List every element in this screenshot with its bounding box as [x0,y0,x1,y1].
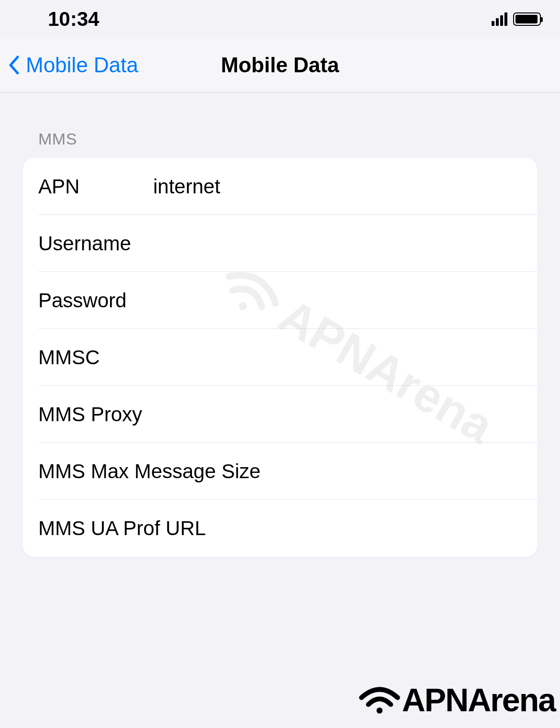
username-row[interactable]: Username [23,215,537,272]
mms-settings-group: APN Username Password MMSC MMS Proxy MMS… [23,158,537,557]
mms-proxy-input[interactable] [153,403,537,426]
username-label: Username [38,232,153,255]
mms-proxy-label: MMS Proxy [38,403,153,426]
battery-icon [513,12,541,26]
mms-ua-prof-label: MMS UA Prof URL [38,517,206,540]
apn-row[interactable]: APN [23,158,537,215]
username-input[interactable] [153,232,537,255]
wifi-icon [358,683,401,717]
status-indicators [492,12,541,26]
chevron-left-icon [9,56,19,75]
section-header: MMS [38,130,537,148]
password-label: Password [38,289,153,312]
apn-label: APN [38,175,153,198]
status-time: 10:34 [48,8,99,31]
footer-logo-text: APNArena [402,681,555,718]
mms-ua-prof-row[interactable]: MMS UA Prof URL [23,500,537,557]
status-bar: 10:34 [0,0,560,38]
apn-input[interactable] [153,175,537,198]
password-row[interactable]: Password [23,272,537,329]
back-button[interactable]: Mobile Data [9,53,138,77]
mmsc-label: MMSC [38,346,153,369]
mms-proxy-row[interactable]: MMS Proxy [23,386,537,443]
footer-logo: APNArena [358,681,555,718]
mmsc-row[interactable]: MMSC [23,329,537,386]
back-label: Mobile Data [26,53,138,77]
svg-point-1 [376,707,382,714]
navigation-bar: Mobile Data Mobile Data [0,38,560,92]
content-area: MMS APN Username Password MMSC MMS Proxy… [0,92,560,557]
cellular-signal-icon [492,12,507,26]
mmsc-input[interactable] [153,346,537,369]
page-title: Mobile Data [221,53,339,77]
password-input[interactable] [153,289,537,312]
mms-max-size-label: MMS Max Message Size [38,460,260,483]
mms-max-size-row[interactable]: MMS Max Message Size [23,443,537,500]
